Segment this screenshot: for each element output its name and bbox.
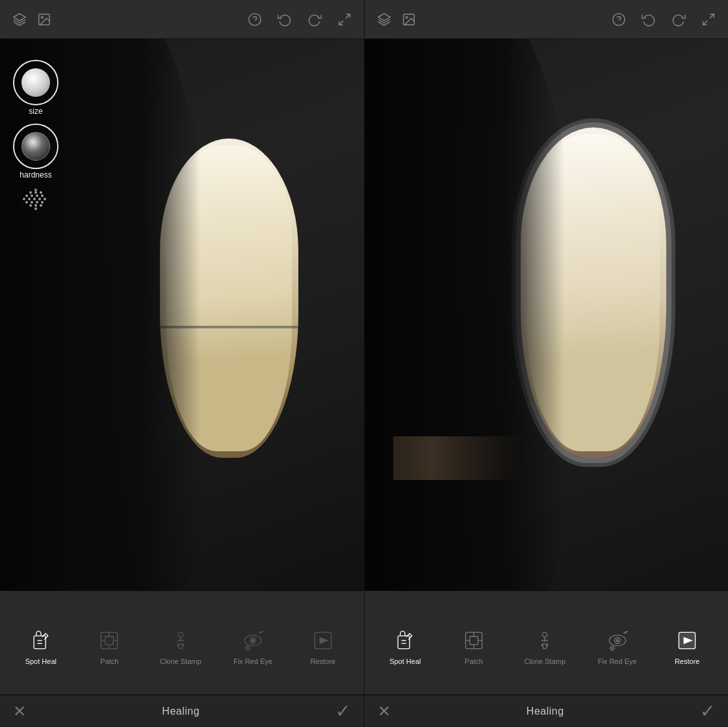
left-spot-heal-button[interactable]: Spot Heal bbox=[15, 622, 67, 670]
svg-point-12 bbox=[31, 194, 33, 197]
right-scene bbox=[365, 39, 729, 590]
svg-point-9 bbox=[34, 191, 37, 194]
svg-point-21 bbox=[31, 201, 33, 204]
right-canvas[interactable] bbox=[365, 39, 729, 590]
right-expand-icon[interactable] bbox=[699, 10, 718, 29]
left-toolbar bbox=[0, 0, 364, 39]
svg-rect-35 bbox=[34, 635, 46, 648]
svg-line-34 bbox=[703, 20, 707, 24]
svg-point-2 bbox=[41, 16, 43, 18]
person-silhouette-right bbox=[365, 39, 565, 590]
right-fix-red-eye-button[interactable]: Fix Red Eye bbox=[590, 622, 645, 670]
right-patch-label: Patch bbox=[465, 657, 483, 665]
panels-bottom: Spot Heal Patch bbox=[0, 590, 728, 694]
status-row: ✕ Healing ✓ ✕ Healing ✓ bbox=[0, 694, 728, 727]
svg-point-8 bbox=[29, 191, 32, 194]
right-toolbar-left bbox=[375, 10, 418, 29]
left-panel-bottom: Spot Heal Patch bbox=[0, 591, 364, 694]
left-spot-heal-label: Spot Heal bbox=[25, 657, 57, 665]
svg-point-18 bbox=[38, 198, 41, 200]
svg-point-15 bbox=[23, 198, 25, 200]
size-knob[interactable] bbox=[13, 60, 58, 105]
right-restore-button[interactable]: Restore bbox=[661, 622, 713, 670]
left-confirm-button[interactable]: ✓ bbox=[335, 700, 350, 722]
svg-rect-53 bbox=[398, 635, 410, 648]
svg-rect-57 bbox=[470, 636, 478, 644]
right-clone-stamp-label: Clone Stamp bbox=[524, 657, 566, 665]
right-spot-heal-icon bbox=[392, 628, 418, 654]
size-knob-inner bbox=[21, 68, 50, 97]
size-label: size bbox=[29, 107, 42, 116]
right-panel-bottom: Spot Heal Patch bbox=[365, 591, 729, 694]
svg-point-3 bbox=[248, 13, 260, 25]
right-confirm-button[interactable]: ✓ bbox=[700, 700, 715, 722]
help-icon[interactable] bbox=[246, 10, 264, 29]
left-clone-stamp-button[interactable]: Clone Stamp bbox=[152, 622, 209, 670]
right-help-icon[interactable] bbox=[610, 10, 628, 29]
undo-icon[interactable] bbox=[276, 10, 294, 29]
svg-point-10 bbox=[40, 191, 42, 194]
right-toolbar-center bbox=[610, 10, 718, 29]
right-photo-icon[interactable] bbox=[400, 10, 418, 29]
left-canvas[interactable]: size hardness bbox=[0, 39, 364, 590]
svg-line-5 bbox=[345, 14, 349, 18]
svg-point-44 bbox=[178, 632, 183, 637]
right-spot-heal-button[interactable]: Spot Heal bbox=[379, 622, 431, 670]
left-clone-stamp-label: Clone Stamp bbox=[160, 657, 202, 665]
photo-icon[interactable] bbox=[35, 10, 53, 29]
left-restore-icon bbox=[310, 628, 336, 654]
right-restore-icon bbox=[674, 628, 700, 654]
left-clone-stamp-icon bbox=[168, 628, 194, 654]
right-restore-label: Restore bbox=[675, 657, 700, 665]
svg-point-22 bbox=[36, 201, 38, 204]
svg-marker-52 bbox=[319, 637, 328, 644]
right-clone-stamp-button[interactable]: Clone Stamp bbox=[516, 622, 573, 670]
left-toolbar-left bbox=[10, 10, 53, 29]
left-restore-button[interactable]: Restore bbox=[297, 622, 349, 670]
svg-point-16 bbox=[28, 198, 31, 200]
panels-row: size hardness bbox=[0, 0, 728, 590]
svg-point-13 bbox=[36, 194, 38, 197]
hardness-knob-inner bbox=[21, 132, 50, 161]
app-container: size hardness bbox=[0, 0, 728, 727]
svg-point-14 bbox=[41, 194, 44, 197]
right-patch-icon bbox=[461, 628, 487, 654]
svg-point-7 bbox=[34, 189, 37, 191]
svg-point-27 bbox=[34, 207, 37, 210]
left-fix-red-eye-button[interactable]: Fix Red Eye bbox=[226, 622, 280, 670]
redo-icon[interactable] bbox=[306, 10, 324, 29]
left-toolbar-center bbox=[246, 10, 354, 29]
svg-point-23 bbox=[41, 201, 44, 204]
left-patch-label: Patch bbox=[100, 657, 118, 665]
right-layers-icon[interactable] bbox=[375, 10, 393, 29]
right-status-bar: ✕ Healing ✓ bbox=[365, 695, 729, 727]
hardness-label: hardness bbox=[20, 170, 51, 179]
left-panel: size hardness bbox=[0, 0, 364, 590]
right-redo-icon[interactable] bbox=[670, 10, 688, 29]
right-spot-heal-label: Spot Heal bbox=[389, 657, 421, 665]
svg-marker-0 bbox=[14, 13, 25, 20]
right-patch-button[interactable]: Patch bbox=[448, 622, 500, 670]
svg-point-11 bbox=[25, 194, 28, 197]
left-cancel-button[interactable]: ✕ bbox=[13, 702, 26, 720]
right-undo-icon[interactable] bbox=[640, 10, 658, 29]
right-panel bbox=[365, 0, 729, 590]
svg-point-30 bbox=[406, 16, 408, 18]
left-patch-button[interactable]: Patch bbox=[83, 622, 135, 670]
svg-point-26 bbox=[40, 204, 42, 207]
hardness-knob[interactable] bbox=[13, 124, 58, 169]
svg-point-20 bbox=[25, 201, 28, 204]
right-clone-stamp-icon bbox=[532, 628, 558, 654]
right-tools-row: Spot Heal Patch bbox=[365, 591, 729, 694]
right-fix-red-eye-icon bbox=[604, 628, 630, 654]
right-cancel-button[interactable]: ✕ bbox=[378, 702, 391, 720]
right-fix-red-eye-label: Fix Red Eye bbox=[598, 657, 637, 665]
expand-icon[interactable] bbox=[335, 10, 354, 29]
layers-icon[interactable] bbox=[10, 10, 29, 29]
svg-point-24 bbox=[29, 204, 32, 207]
svg-point-62 bbox=[543, 632, 547, 637]
svg-point-47 bbox=[252, 639, 254, 642]
svg-marker-28 bbox=[378, 13, 389, 20]
svg-point-25 bbox=[34, 204, 37, 207]
dots-pattern-group[interactable] bbox=[13, 187, 58, 213]
